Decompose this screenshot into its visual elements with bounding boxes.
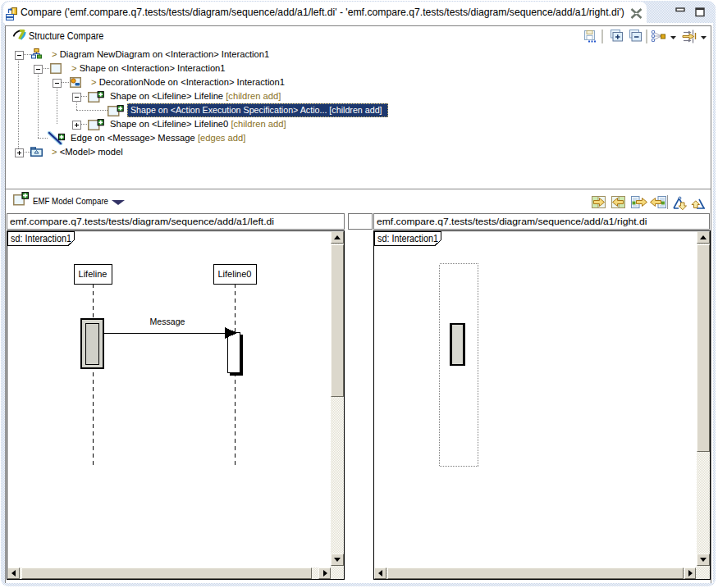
svg-text:Lifeline0: Lifeline0 (218, 269, 252, 279)
svg-text:Message: Message (150, 317, 185, 326)
svg-text:sd: Interaction1: sd: Interaction1 (377, 233, 438, 244)
svg-text:Lifeline: Lifeline (79, 269, 107, 279)
svg-text:sd: Interaction1: sd: Interaction1 (11, 233, 71, 244)
